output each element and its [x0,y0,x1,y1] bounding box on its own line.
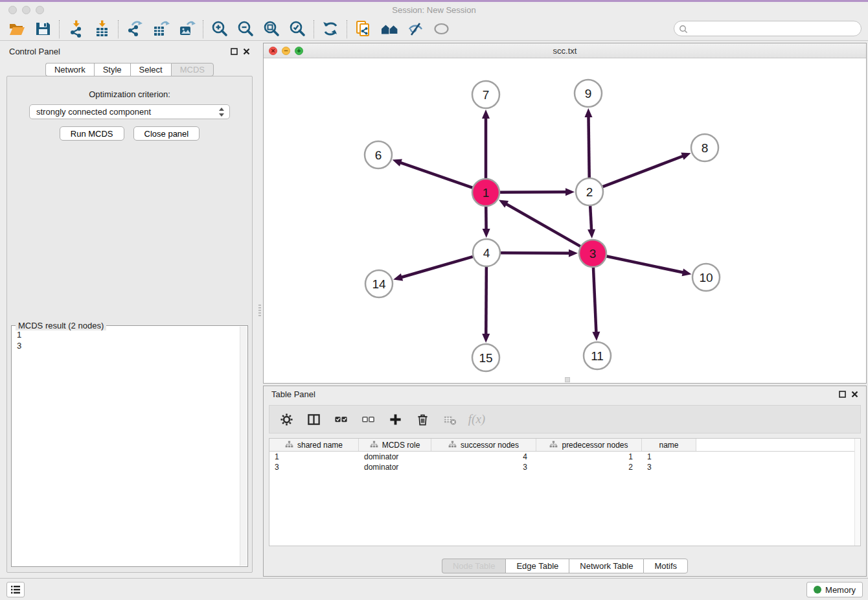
save-session-button[interactable] [30,19,56,40]
export-image-button[interactable] [174,19,200,40]
zoom-in-icon [211,20,229,38]
graph-node-label-15: 15 [479,351,492,365]
cell-name[interactable]: 3 [642,463,696,472]
table-row[interactable]: 3dominator323 [269,462,860,472]
tab-select[interactable]: Select [130,63,171,76]
edge-3-10[interactable] [607,257,684,273]
clone-network-button[interactable] [350,19,376,40]
column-header-MCDS-role[interactable]: MCDS role [359,439,431,451]
table-tabs: Node TableEdge TableNetwork TableMotifs [264,559,866,573]
open-file-icon [8,20,26,38]
memory-button[interactable]: Memory [806,582,863,597]
tab-edge-table[interactable]: Edge Table [505,559,569,573]
edge-4-14[interactable] [401,257,473,277]
table-scrollbar[interactable] [854,439,860,546]
result-scrollbar[interactable] [240,327,247,566]
table-row[interactable]: 1dominator411 [269,452,860,462]
tab-style[interactable]: Style [94,63,130,76]
toolbar-separator [59,20,60,38]
cell-name[interactable]: 1 [642,452,696,461]
home-icon [381,20,398,38]
criterion-select[interactable]: strongly connected component [29,104,230,119]
cell-shared-name[interactable]: 3 [269,463,359,472]
cell-successor-nodes[interactable]: 4 [431,452,536,461]
tab-network[interactable]: Network [45,63,94,76]
edge-arrowhead-1-4 [483,229,490,238]
edge-2-8[interactable] [603,156,684,187]
search-input[interactable] [690,22,856,35]
edge-4-15[interactable] [486,267,486,335]
close-table-panel-icon[interactable] [851,391,858,398]
zoom-fit-icon [263,20,280,38]
open-file-button[interactable] [4,19,30,40]
canvas-resize-handle[interactable] [565,377,570,382]
network-graph[interactable]: 7968124314101511 [264,58,866,383]
network-canvas[interactable]: 7968124314101511 [264,58,866,383]
zoom-fit-button[interactable] [258,19,284,40]
node-table[interactable]: shared nameMCDS rolesuccessor nodesprede… [269,438,861,546]
memory-status-icon [814,586,821,594]
tab-node-table[interactable]: Node Table [442,559,506,573]
function-builder-button[interactable]: f(x) [469,411,485,427]
control-panel-tabs: NetworkStyleSelectMCDS [1,63,258,76]
column-header-name[interactable]: name [642,439,696,451]
delete-column-icon [416,413,429,426]
edge-1-2[interactable] [500,192,567,192]
import-network-button[interactable] [63,19,89,40]
import-table-button[interactable] [89,19,115,40]
export-network-button[interactable] [122,19,148,40]
attribute-tree-icon [549,441,558,448]
cell-MCDS-role[interactable]: dominator [359,452,431,461]
window-title: Session: New Session [0,5,868,15]
close-panel-icon[interactable] [243,48,250,55]
delete-column-button[interactable] [415,411,430,427]
home-button[interactable] [376,19,402,40]
status-bar: Memory [0,578,868,600]
task-history-button[interactable] [6,582,25,597]
export-table-button[interactable] [148,19,174,40]
column-header-shared-name[interactable]: shared name [269,439,359,451]
zoom-out-button[interactable] [233,19,258,40]
table-header-row: shared nameMCDS rolesuccessor nodesprede… [269,439,860,452]
eye-button[interactable] [428,19,454,40]
memory-label: Memory [825,585,856,595]
edge-arrowhead-4-14 [393,273,403,281]
cell-MCDS-role[interactable]: dominator [359,463,431,472]
cell-shared-name[interactable]: 1 [269,452,359,461]
run-mcds-button[interactable]: Run MCDS [60,126,124,141]
cell-predecessor-nodes[interactable]: 1 [536,452,642,461]
zoom-selected-button[interactable] [284,19,310,40]
float-table-panel-icon[interactable] [839,391,846,398]
panel-splitter-handle[interactable] [258,305,261,317]
close-panel-button[interactable]: Close panel [133,126,200,141]
add-column-button[interactable] [387,411,403,427]
tab-mcds[interactable]: MCDS [171,63,214,76]
hide-glasses-button[interactable] [402,19,428,40]
deselect-all-button[interactable] [360,411,376,427]
split-columns-button[interactable] [306,411,321,427]
edge-3-11[interactable] [593,268,596,333]
cell-predecessor-nodes[interactable]: 2 [536,463,642,472]
edge-4-3[interactable] [501,253,570,253]
gear-button[interactable] [279,411,294,427]
first-neighbors-button[interactable] [317,19,343,40]
column-header-predecessor-nodes[interactable]: predecessor nodes [536,439,642,451]
edge-2-3[interactable] [590,206,591,231]
edge-1-6[interactable] [400,163,472,188]
graph-node-label-3: 3 [589,247,597,260]
edge-2-9[interactable] [588,116,589,178]
tab-network-table[interactable]: Network Table [569,559,643,573]
search-box[interactable] [674,21,862,36]
edge-arrowhead-1-6 [393,159,402,167]
tab-motifs[interactable]: Motifs [643,559,688,573]
mcds-result-box: MCDS result (2 nodes) 13 [11,325,248,567]
float-panel-icon[interactable] [231,48,238,55]
cell-successor-nodes[interactable]: 3 [431,463,536,472]
criterion-select-value: strongly connected component [36,107,151,117]
edge-3-1[interactable] [505,203,580,246]
select-all-check-button[interactable] [333,411,348,427]
network-window-titlebar[interactable]: × − + scc.txt [264,43,866,58]
zoom-in-button[interactable] [207,19,233,40]
column-header-successor-nodes[interactable]: successor nodes [431,439,536,451]
delete-table-button[interactable] [442,411,457,427]
